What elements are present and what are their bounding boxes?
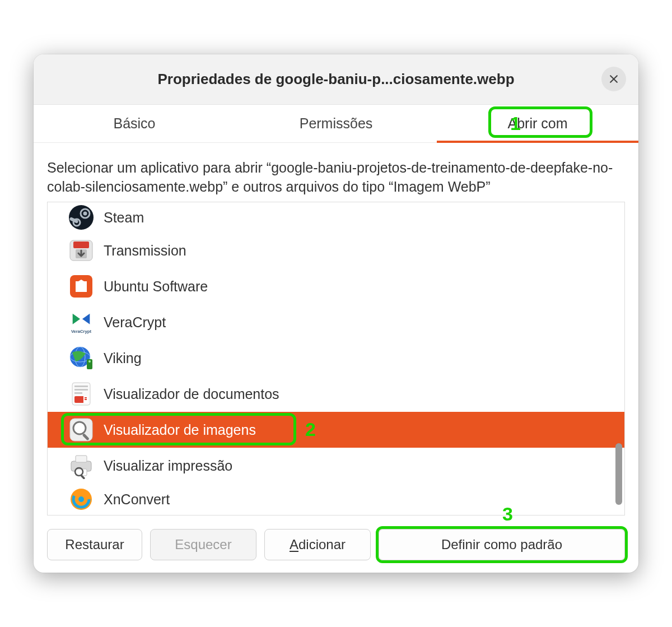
svg-rect-8 <box>73 241 89 248</box>
viking-icon <box>67 343 96 373</box>
app-row-image-viewer[interactable]: Visualizador de imagens 2 <box>48 412 624 448</box>
button-row: Restaurar Esquecer Adicionar Definir com… <box>47 529 625 560</box>
svg-rect-25 <box>85 399 87 400</box>
svg-rect-24 <box>85 397 87 398</box>
svg-point-2 <box>69 205 94 230</box>
svg-point-27 <box>73 422 86 434</box>
description-text: Selecionar um aplicativo para abrir “goo… <box>47 159 625 197</box>
restore-button[interactable]: Restaurar <box>47 529 142 560</box>
tab-label: Abrir com <box>508 115 568 132</box>
annotation-number-2: 2 <box>305 419 316 440</box>
close-icon <box>608 73 619 85</box>
add-button[interactable]: Adicionar <box>264 529 371 560</box>
scrollbar-thumb[interactable] <box>615 443 622 505</box>
svg-rect-19 <box>74 386 88 387</box>
button-label: Restaurar <box>65 537 124 552</box>
button-label: Definir como padrão <box>441 537 562 552</box>
app-label: Viking <box>104 350 142 366</box>
app-label: Visualizar impressão <box>104 458 232 474</box>
transmission-icon <box>67 236 96 265</box>
document-viewer-icon <box>67 379 96 408</box>
tab-label: Permissões <box>300 115 373 132</box>
app-label: XnConvert <box>104 491 170 508</box>
steam-icon <box>67 203 96 232</box>
print-preview-icon <box>67 451 96 480</box>
app-label: Transmission <box>104 243 186 259</box>
app-label: Steam <box>104 210 144 226</box>
list-inner: Steam Transmission Ubuntu Software <box>48 202 624 515</box>
app-row-document-viewer[interactable]: Visualizador de documentos <box>48 376 624 412</box>
svg-rect-30 <box>76 456 87 462</box>
app-row-veracrypt[interactable]: VeraCrypt VeraCrypt <box>48 304 624 340</box>
app-row-viking[interactable]: Viking <box>48 340 624 376</box>
content-area: Selecionar um aplicativo para abrir “goo… <box>34 143 638 573</box>
application-listbox[interactable]: Steam Transmission Ubuntu Software <box>47 202 625 515</box>
app-label: VeraCrypt <box>104 314 166 331</box>
svg-point-36 <box>78 496 84 502</box>
svg-rect-21 <box>74 392 82 394</box>
app-label: Visualizador de imagens <box>104 422 256 438</box>
tab-open-with[interactable]: Abrir com <box>437 105 638 142</box>
app-row-steam[interactable]: Steam <box>48 202 624 233</box>
window-title: Propriedades de google-baniu-p...ciosame… <box>157 71 514 88</box>
app-label: Visualizador de documentos <box>104 386 279 402</box>
ubuntu-software-icon <box>67 272 96 301</box>
veracrypt-icon: VeraCrypt <box>67 308 96 337</box>
button-label: Esquecer <box>175 537 231 552</box>
svg-rect-20 <box>74 389 88 391</box>
svg-point-4 <box>83 212 87 216</box>
set-default-button[interactable]: Definir como padrão <box>379 529 625 560</box>
app-label: Ubuntu Software <box>104 278 208 295</box>
tab-permissions[interactable]: Permissões <box>235 105 437 142</box>
image-viewer-icon <box>67 415 96 444</box>
xnconvert-icon <box>67 485 96 514</box>
close-button[interactable] <box>601 67 626 91</box>
app-row-xnconvert[interactable]: XnConvert <box>48 484 624 515</box>
app-row-print-preview[interactable]: Visualizar impressão <box>48 448 624 484</box>
svg-point-17 <box>88 360 91 363</box>
svg-text:VeraCrypt: VeraCrypt <box>71 329 92 334</box>
button-label: Adicionar <box>290 537 346 552</box>
tab-label: Básico <box>113 115 155 132</box>
app-row-transmission[interactable]: Transmission <box>48 233 624 268</box>
tab-basic[interactable]: Básico <box>34 105 235 142</box>
headerbar: Propriedades de google-baniu-p...ciosame… <box>34 54 638 105</box>
app-row-ubuntu-software[interactable]: Ubuntu Software <box>48 268 624 304</box>
tabbar: Básico Permissões Abrir com 1 <box>34 105 638 143</box>
forget-button[interactable]: Esquecer <box>150 529 256 560</box>
properties-dialog: Propriedades de google-baniu-p...ciosame… <box>34 54 638 573</box>
